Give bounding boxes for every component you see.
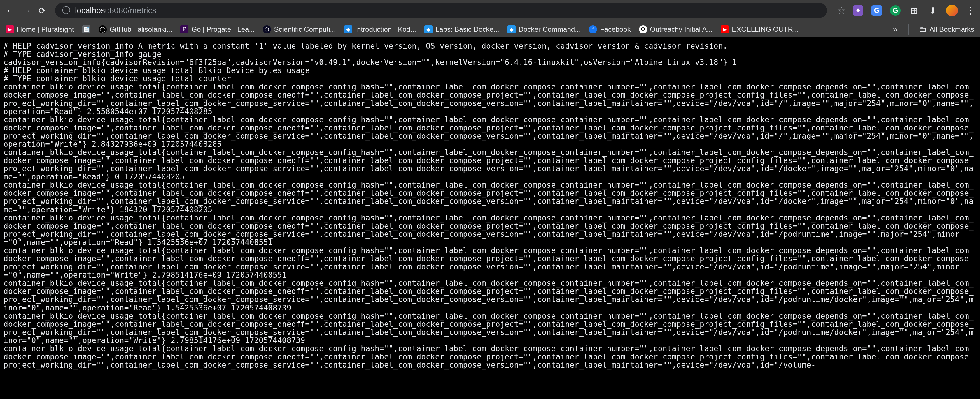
bookmark-favicon: ◆ xyxy=(425,25,433,33)
bookmark-label: GitHub - alisolanki... xyxy=(110,25,172,33)
bookmark-item-2[interactable]: ◯GitHub - alisolanki... xyxy=(99,25,172,33)
bookmark-item-1[interactable]: 📄 xyxy=(82,25,91,33)
bookmark-item-4[interactable]: ⬡Scientific Computi... xyxy=(263,25,336,33)
all-bookmarks-label: All Bookmarks xyxy=(929,25,974,33)
back-button[interactable]: ← xyxy=(6,5,15,16)
bookmark-item-3[interactable]: PGo | Progate - Lea... xyxy=(180,25,255,33)
bookmark-label: Outreachy Initial A... xyxy=(650,25,713,33)
bookmarks-overflow[interactable]: » xyxy=(893,25,898,34)
grammarly-icon[interactable]: G xyxy=(890,5,900,16)
url-port: :8080 xyxy=(107,6,128,15)
bookmark-favicon: ▶ xyxy=(721,25,729,33)
menu-button[interactable]: ⋮ xyxy=(966,5,974,16)
bookmark-label: Home | Pluralsight xyxy=(17,25,74,33)
url-display: localhost:8080/metrics xyxy=(75,6,156,15)
bookmark-item-9[interactable]: OOutreachy Initial A... xyxy=(639,25,713,33)
reload-button[interactable]: ⟳ xyxy=(38,6,46,16)
bookmark-separator xyxy=(908,24,908,35)
profile-avatar[interactable] xyxy=(946,5,958,16)
bookmark-label: EXCELLING OUTR... xyxy=(732,25,799,33)
nav-controls: ← → ⟳ xyxy=(6,5,46,16)
bookmark-label: Labs: Basic Docke... xyxy=(436,25,500,33)
bookmark-label: Facebook xyxy=(600,25,631,33)
all-bookmarks-button[interactable]: 🗀 All Bookmarks xyxy=(919,25,974,34)
extensions-icon[interactable]: ⊞ xyxy=(909,5,920,16)
bookmark-favicon: 📄 xyxy=(82,25,91,33)
bookmark-label: Docker Command... xyxy=(519,25,581,33)
address-bar[interactable]: ⓘ localhost:8080/metrics xyxy=(55,3,827,18)
bookmark-favicon: ▶ xyxy=(6,25,14,33)
bookmark-item-8[interactable]: fFacebook xyxy=(589,25,631,33)
bookmark-item-5[interactable]: ◆Introduction - Kod... xyxy=(344,25,416,33)
metrics-content: # HELP cadvisor_version_info A metric wi… xyxy=(0,37,980,374)
bookmark-label: Go | Progate - Lea... xyxy=(191,25,255,33)
url-host: localhost xyxy=(75,6,107,15)
url-path: /metrics xyxy=(128,6,156,15)
bookmark-favicon: f xyxy=(589,25,597,33)
download-icon[interactable]: ⬇ xyxy=(928,5,938,16)
bookmark-favicon: ◆ xyxy=(344,25,352,33)
forward-button[interactable]: → xyxy=(22,5,32,16)
bookmark-favicon: ⬡ xyxy=(263,25,271,33)
bookmark-label: Introduction - Kod... xyxy=(355,25,416,33)
google-translate-icon[interactable]: G xyxy=(872,5,882,16)
folder-icon: 🗀 xyxy=(919,25,927,34)
bookmark-favicon: P xyxy=(180,25,188,33)
extension-icon-1[interactable]: ✦ xyxy=(853,5,863,16)
extension-icons: ✦ G G ⊞ ⬇ ⋮ xyxy=(853,5,974,16)
bookmark-star-icon[interactable]: ☆ xyxy=(837,5,846,16)
bookmark-item-7[interactable]: ◆Docker Command... xyxy=(508,25,581,33)
bookmark-favicon: ◯ xyxy=(99,25,107,33)
site-info-icon[interactable]: ⓘ xyxy=(62,5,70,16)
bookmark-item-6[interactable]: ◆Labs: Basic Docke... xyxy=(425,25,500,33)
bookmark-item-10[interactable]: ▶EXCELLING OUTR... xyxy=(721,25,799,33)
bookmarks-bar: ▶Home | Pluralsight📄◯GitHub - alisolanki… xyxy=(0,21,980,37)
bookmark-favicon: ◆ xyxy=(508,25,515,33)
bookmark-label: Scientific Computi... xyxy=(274,25,336,33)
bookmark-favicon: O xyxy=(639,25,647,33)
bookmark-item-0[interactable]: ▶Home | Pluralsight xyxy=(6,25,74,33)
browser-toolbar: ← → ⟳ ⓘ localhost:8080/metrics ☆ ✦ G G ⊞… xyxy=(0,0,980,21)
